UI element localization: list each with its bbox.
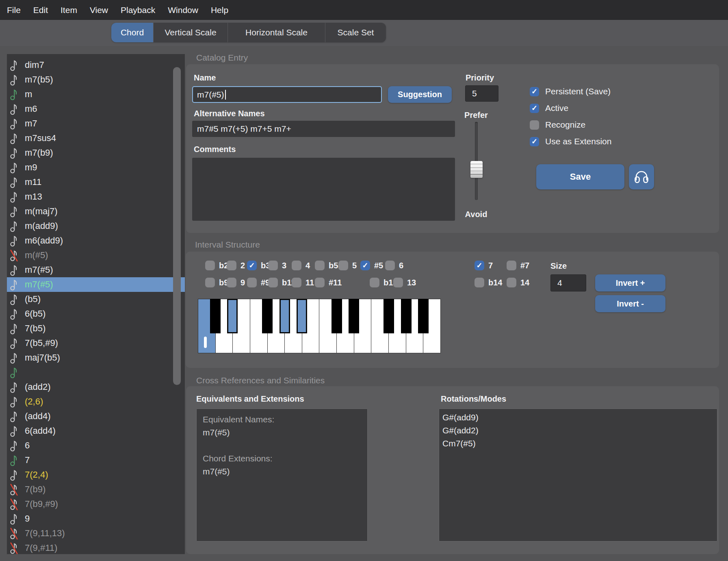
piano-key-dsharp1[interactable] — [227, 299, 238, 333]
prefer-avoid-slider-handle[interactable] — [470, 161, 483, 178]
use-as-extension-checkbox[interactable]: ✓ — [530, 137, 539, 146]
interval-11-checkbox[interactable] — [292, 278, 301, 287]
recognize-checkbox[interactable] — [530, 120, 539, 130]
interval-b9-checkbox[interactable] — [205, 278, 215, 287]
chord-list-item-m6-add9[interactable]: m6(add9) — [7, 233, 185, 248]
menu-file[interactable]: File — [7, 5, 21, 15]
chord-list-item-7-2-4[interactable]: 7(2,4) — [7, 468, 185, 482]
chord-list-item-dim7[interactable]: dim7 — [7, 58, 185, 72]
piano-key-dsharp2[interactable] — [349, 299, 359, 333]
chord-list-item-7-b9-sharp9[interactable]: 7(b9,#9) — [7, 497, 185, 511]
rotation-item[interactable]: G#(add9) — [442, 411, 717, 424]
piano-key-fsharp1[interactable] — [262, 299, 273, 333]
interval-sharp11-checkbox[interactable] — [315, 278, 325, 287]
menu-view[interactable]: View — [90, 5, 108, 15]
interval-sharp9-checkbox[interactable] — [247, 278, 257, 287]
chord-list-item-6-b5[interactable]: 6(b5) — [7, 307, 185, 321]
chord-list-item-m7-b5[interactable]: m7(b5) — [7, 72, 185, 87]
chord-list-item-m7sus4[interactable]: m7sus4 — [7, 131, 185, 146]
interval-9-checkbox[interactable] — [227, 278, 236, 287]
size-input[interactable]: 4 — [550, 274, 586, 291]
menu-item[interactable]: Item — [61, 5, 77, 15]
interval-7-checkbox[interactable]: ✓ — [474, 261, 484, 270]
interval-b2-checkbox[interactable] — [205, 261, 215, 270]
invert-minus-button[interactable]: Invert - — [595, 295, 665, 312]
invert-plus-button[interactable]: Invert + — [595, 274, 665, 291]
piano-key-csharp1[interactable] — [210, 299, 221, 333]
tab-horizontal-scale[interactable]: Horizontal Scale — [228, 23, 325, 42]
chord-list-item-7-b5-sharp9[interactable]: 7(b5,#9) — [7, 336, 185, 350]
menu-help[interactable]: Help — [211, 5, 228, 15]
chord-list-item-add4[interactable]: (add4) — [7, 409, 185, 424]
rotations-box[interactable]: G#(add9)G#(add2)Cm7(#5) — [439, 409, 717, 541]
chord-list-item-m-sharp5[interactable]: m(#5) — [7, 248, 185, 263]
rotation-item[interactable]: G#(add2) — [442, 424, 717, 437]
name-input[interactable]: m7(#5) — [192, 86, 382, 103]
chord-list-item-m13[interactable]: m13 — [7, 189, 185, 204]
comments-textarea[interactable] — [192, 158, 455, 221]
chord-list-item-7[interactable]: 7 — [7, 453, 185, 468]
interval-4-checkbox[interactable] — [292, 261, 301, 270]
piano-key-asharp1[interactable] — [297, 299, 307, 333]
equivalents-box[interactable]: Equivalent Names:m7(#5)Chord Extensions:… — [196, 409, 368, 541]
chord-list-item-blank[interactable] — [7, 365, 185, 380]
chord-list-item-m6[interactable]: m6 — [7, 102, 185, 116]
menu-window[interactable]: Window — [168, 5, 198, 15]
interval-b14-checkbox[interactable] — [474, 278, 484, 287]
piano-key-asharp2[interactable] — [418, 299, 429, 333]
interval-b13-checkbox[interactable] — [370, 278, 379, 287]
chord-list-item-7-9-sharp11[interactable]: 7(9,#11) — [7, 541, 185, 554]
chord-list-item-m11[interactable]: m11 — [7, 175, 185, 189]
interval-b3-checkbox[interactable]: ✓ — [247, 261, 257, 270]
piano-key-gsharp2[interactable] — [401, 299, 412, 333]
chord-list-item-m9[interactable]: m9 — [7, 160, 185, 175]
piano-key-fsharp2[interactable] — [384, 299, 394, 333]
sidebar-scrollbar[interactable] — [173, 67, 181, 385]
interval-3-checkbox[interactable] — [268, 261, 278, 270]
chord-list-item-m7-sharp5[interactable]: m7(#5) — [7, 263, 185, 277]
priority-input[interactable]: 5 — [465, 85, 498, 102]
interval-b5-checkbox[interactable] — [315, 261, 325, 270]
interval-2-checkbox[interactable] — [227, 261, 236, 270]
chord-list-item-6[interactable]: 6 — [7, 438, 185, 453]
chord-list-item-7-9-11-13[interactable]: 7(9,11,13) — [7, 526, 185, 541]
chord-list-item-add2[interactable]: (add2) — [7, 380, 185, 394]
rotation-item[interactable]: Cm7(#5) — [442, 437, 717, 450]
active-checkbox[interactable]: ✓ — [530, 104, 539, 113]
alternative-names-input[interactable]: m7#5 m7(+5) m7+5 m7+ — [192, 121, 455, 137]
chord-list-item-9[interactable]: 9 — [7, 511, 185, 526]
tab-chord[interactable]: Chord — [111, 23, 153, 42]
chord-list-item-b5[interactable]: (b5) — [7, 292, 185, 307]
chord-list-item-m7-sharp5[interactable]: m7(#5) — [7, 277, 185, 292]
chord-list-item-6-add4[interactable]: 6(add4) — [7, 424, 185, 438]
persistent-save-checkbox[interactable]: ✓ — [530, 87, 539, 96]
chord-list-item-7-b5[interactable]: 7(b5) — [7, 321, 185, 336]
interval-sharp5-checkbox[interactable]: ✓ — [360, 261, 370, 270]
chord-list-item-m-maj7[interactable]: m(maj7) — [7, 204, 185, 219]
menu-playback[interactable]: Playback — [121, 5, 155, 15]
chord-list-item-m[interactable]: m — [7, 87, 185, 102]
interval-6-checkbox[interactable] — [385, 261, 395, 270]
piano-key-gsharp1[interactable] — [280, 299, 290, 333]
chord-list-item-m-add9[interactable]: m(add9) — [7, 219, 185, 233]
menu-edit[interactable]: Edit — [33, 5, 48, 15]
piano-key-csharp2[interactable] — [332, 299, 342, 333]
chord-list-item-m7-b9[interactable]: m7(b9) — [7, 146, 185, 160]
interval-14-checkbox[interactable] — [507, 278, 516, 287]
chord-list-item-2-6[interactable]: (2,6) — [7, 394, 185, 409]
save-button[interactable]: Save — [536, 164, 624, 189]
note-icon — [10, 381, 19, 394]
interval-sharp7-checkbox[interactable] — [507, 261, 516, 270]
tab-scale-set[interactable]: Scale Set — [325, 23, 386, 42]
interval-5-checkbox[interactable] — [338, 261, 348, 270]
audition-button[interactable] — [629, 164, 654, 189]
chord-list-item-m7[interactable]: m7 — [7, 116, 185, 131]
chord-list-item-maj7-b5[interactable]: maj7(b5) — [7, 350, 185, 365]
check-icon: ✓ — [531, 88, 537, 95]
interval-label: 14 — [520, 278, 529, 287]
chord-list-item-7-b9[interactable]: 7(b9) — [7, 482, 185, 497]
suggestion-button[interactable]: Suggestion — [388, 86, 452, 103]
interval-13-checkbox[interactable] — [393, 278, 403, 287]
interval-b11-checkbox[interactable] — [268, 278, 278, 287]
tab-vertical-scale[interactable]: Vertical Scale — [153, 23, 228, 42]
